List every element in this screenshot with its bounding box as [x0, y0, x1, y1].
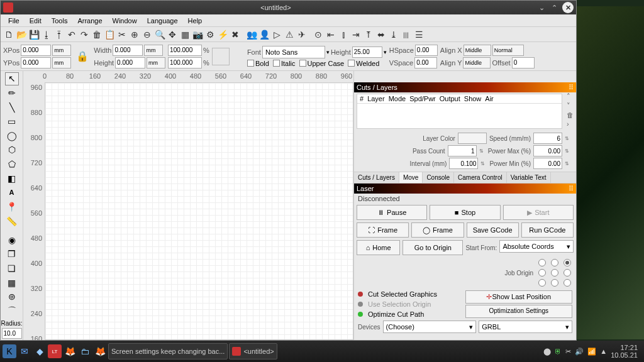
- text-tool[interactable]: A: [5, 186, 19, 199]
- height-input[interactable]: [115, 57, 145, 69]
- layer-down-icon[interactable]: ˅: [567, 102, 574, 110]
- vspace-input[interactable]: [414, 57, 437, 69]
- origin-bc[interactable]: [551, 279, 558, 287]
- radial-array-tool[interactable]: ⊚: [5, 290, 19, 304]
- minimize-button[interactable]: ⌄: [536, 2, 547, 13]
- pass-input[interactable]: [448, 145, 477, 156]
- panel-grip-icon[interactable]: ⠿: [569, 82, 574, 92]
- select-tool[interactable]: ↖: [5, 72, 19, 85]
- origin-tc[interactable]: [551, 259, 558, 266]
- mirror-icon[interactable]: ✈: [296, 29, 308, 40]
- origin-tr[interactable]: [564, 259, 571, 266]
- taskbar-window1[interactable]: Screen settings keep changing bac...: [108, 343, 228, 359]
- interval-input[interactable]: [449, 158, 478, 169]
- taskbar-window2[interactable]: <untitled>: [229, 343, 277, 359]
- lock-icon[interactable]: 🔒: [74, 50, 91, 62]
- zoom-out-icon[interactable]: ⊖: [142, 29, 153, 40]
- tools-icon[interactable]: ✖: [230, 29, 241, 40]
- distribute-h-icon[interactable]: ⫼: [401, 29, 412, 40]
- origin-mr[interactable]: [564, 269, 571, 277]
- clock[interactable]: 17:21 10.05.21: [611, 344, 641, 359]
- taskbar-firefox2-icon[interactable]: 🦊: [93, 344, 107, 358]
- circle-array-tool[interactable]: ◉: [5, 233, 19, 246]
- import-icon[interactable]: ⭳: [41, 29, 52, 40]
- frame-rect-button[interactable]: ⛶Frame: [357, 222, 409, 238]
- start-button[interactable]: K: [3, 344, 16, 358]
- taskbar-files-icon[interactable]: 🗀: [78, 344, 92, 358]
- save-gcode-button[interactable]: Save GCode: [467, 222, 519, 238]
- taskbar-app2-icon[interactable]: LT: [48, 344, 62, 358]
- ypos-input[interactable]: [21, 57, 51, 69]
- paste-icon[interactable]: 📋: [104, 29, 115, 40]
- zoom-in-icon[interactable]: ⊕: [129, 29, 140, 40]
- pmax-input[interactable]: [533, 145, 562, 156]
- start-button[interactable]: ▶Start: [503, 205, 574, 220]
- cuts-panel-header[interactable]: Cuts / Layers⠿: [354, 82, 576, 92]
- polygon-tool[interactable]: ⬡: [5, 143, 19, 156]
- new-icon[interactable]: 🗋: [3, 29, 14, 40]
- menu-arrange[interactable]: Arrange: [72, 17, 107, 25]
- camera-icon[interactable]: 📷: [192, 29, 203, 40]
- stop-button[interactable]: ■Stop: [430, 205, 500, 220]
- tab-move[interactable]: Move: [399, 172, 423, 183]
- job-origin-grid[interactable]: [538, 259, 574, 287]
- menu-edit[interactable]: Edit: [25, 17, 47, 25]
- layer-color-swatch[interactable]: [458, 133, 487, 144]
- marker-tool[interactable]: 📍: [5, 200, 19, 214]
- tray-notify-icon[interactable]: ▲: [600, 348, 607, 355]
- origin-tl[interactable]: [538, 259, 546, 266]
- align-vcenter-icon[interactable]: ⫿: [338, 29, 349, 40]
- tray-network-icon[interactable]: 📶: [587, 348, 596, 356]
- preview-icon[interactable]: ▦: [179, 29, 191, 40]
- grbl-combo[interactable]: GRBL▾: [479, 321, 572, 333]
- origin-bl[interactable]: [538, 279, 546, 287]
- layers-table[interactable]: # Layer Mode Spd/Pwr Output Show Air: [357, 94, 562, 129]
- alignx-combo[interactable]: Middle: [464, 45, 491, 56]
- tab-camera[interactable]: Camera Control: [454, 172, 507, 183]
- bezier-tool[interactable]: ⬠: [5, 158, 19, 171]
- save-icon[interactable]: 💾: [28, 29, 40, 40]
- tab-console[interactable]: Console: [423, 172, 454, 183]
- welded-checkbox[interactable]: [348, 60, 355, 67]
- scale-y-input[interactable]: [168, 57, 202, 69]
- ellipse-tool[interactable]: ◯: [5, 129, 19, 143]
- panel-grip-icon[interactable]: ⠿: [569, 184, 574, 194]
- group-icon[interactable]: 👥: [246, 29, 257, 40]
- run-gcode-button[interactable]: Run GCode: [521, 222, 574, 238]
- show-last-button[interactable]: ✛Show Last Position: [465, 290, 573, 304]
- layer-up-icon[interactable]: ˄: [567, 92, 574, 101]
- font-combo[interactable]: Noto Sans: [262, 46, 325, 58]
- scale-x-input[interactable]: [168, 45, 202, 56]
- open-icon[interactable]: 📂: [16, 29, 27, 40]
- device-icon[interactable]: ⚡: [217, 29, 228, 40]
- align-top-icon[interactable]: ⤒: [363, 29, 374, 40]
- menu-tools[interactable]: Tools: [47, 17, 73, 25]
- menu-file[interactable]: File: [3, 17, 25, 25]
- delete-icon[interactable]: 🗑: [91, 29, 103, 40]
- zoom-frame-icon[interactable]: 🔍: [154, 29, 165, 40]
- close-button[interactable]: ✕: [562, 2, 574, 13]
- settings-icon[interactable]: ⚙: [204, 29, 216, 40]
- home-button[interactable]: ⌂Home: [357, 240, 400, 255]
- hspace-input[interactable]: [415, 45, 438, 56]
- copy-front-tool[interactable]: ❐: [5, 248, 19, 261]
- tab-cuts[interactable]: Cuts / Layers: [354, 172, 399, 183]
- tray-icon1[interactable]: ⬤: [543, 348, 551, 356]
- bold-checkbox[interactable]: [247, 60, 254, 67]
- tray-shield-icon[interactable]: ⛨: [555, 348, 562, 355]
- layer-del-icon[interactable]: 🗑: [567, 111, 574, 119]
- taskbar-mail-icon[interactable]: ✉: [18, 344, 31, 358]
- copy-back-tool[interactable]: ❏: [5, 262, 19, 275]
- frame-circle-button[interactable]: ◯Frame: [411, 222, 464, 238]
- align-bottom-icon[interactable]: ⤓: [388, 29, 399, 40]
- anchor-grid[interactable]: [212, 48, 230, 65]
- tabs-tool[interactable]: ⌒: [5, 305, 19, 318]
- italic-checkbox[interactable]: [273, 60, 280, 67]
- pmin-input[interactable]: [533, 158, 562, 169]
- tray-volume-icon[interactable]: 🔊: [575, 348, 584, 356]
- line-tool[interactable]: ╲: [5, 101, 19, 114]
- ypos-unit[interactable]: mm: [52, 57, 71, 69]
- cut-selected-label[interactable]: Cut Selected Graphics: [368, 290, 437, 298]
- origin-ml[interactable]: [538, 269, 546, 277]
- radius-input[interactable]: [2, 328, 22, 339]
